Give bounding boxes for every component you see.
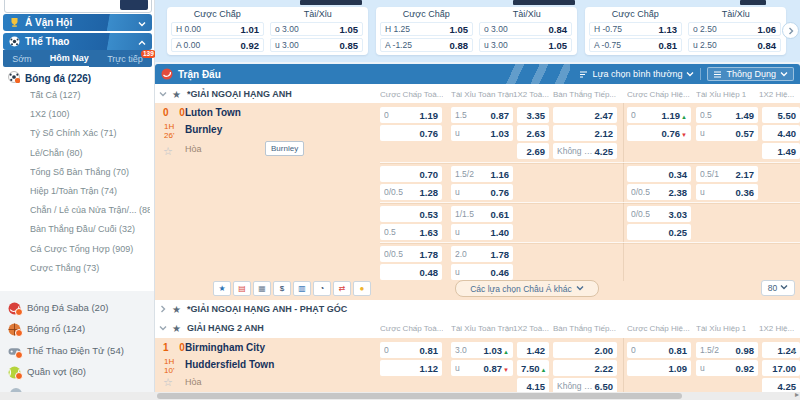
odds-cell-hcht[interactable]: 01.19▲ — [627, 107, 691, 123]
odds-cell-hcht[interactable]: 0/0.52.38 — [627, 184, 691, 200]
odds-cell-hcft[interactable]: 0.51.63 — [380, 224, 442, 240]
favorite-star-icon[interactable]: ☆ — [163, 145, 173, 158]
view-mode-dropdown[interactable]: Lựa chọn bình thường — [579, 69, 694, 79]
coin-icon[interactable]: ● — [353, 281, 371, 296]
scroll-down-arrow[interactable]: ▾ — [792, 348, 796, 356]
odds-cell-x12[interactable]: 3.35 — [517, 107, 549, 123]
odds-cell-ouft[interactable]: 2.01.78 — [451, 246, 513, 262]
odds-cell-x12h[interactable]: 17.00 — [762, 360, 800, 376]
odds-cell-ouft[interactable]: 1.5/21.16 — [451, 166, 513, 182]
odds-cell-hcht[interactable]: 0.76▼ — [627, 125, 691, 141]
quick-odds-cell[interactable]: o 2.501.06 — [688, 22, 781, 36]
quick-odds-cell[interactable]: A 0.000.92 — [171, 38, 264, 52]
odds-cell-hcht[interactable]: 0.34 — [627, 166, 691, 182]
odds-cell-x12h[interactable]: 4.40 — [762, 125, 800, 141]
next-arrow-button[interactable] — [782, 22, 799, 39]
favorite-star-icon[interactable]: ★ — [172, 304, 181, 315]
odds-cell-ouft[interactable]: 3.01.03▲ — [451, 342, 513, 358]
odds-cell-hcht[interactable]: 0/0.53.03 — [627, 206, 691, 222]
odds-cell-x12[interactable]: 7.50▲ — [517, 360, 549, 376]
sidebar-market-item[interactable]: Cược Thắng (73) — [30, 263, 150, 277]
quick-odds-cell[interactable]: o 3.000.84 — [479, 22, 572, 36]
search-box-partial[interactable] — [4, 0, 152, 13]
odds-cell-ouft[interactable]: u0.46 — [451, 264, 513, 280]
league-row[interactable]: ★*GIẢI NGOẠI HẠNG ANH - PHẠT GÓC — [155, 300, 800, 319]
league-row[interactable]: ★GIẢI HẠNG 2 ANHCược Chấp Toà...Tài Xỉu … — [155, 318, 800, 339]
league-row[interactable]: ★*GIẢI NGOẠI HẠNG ANHCược Chấp Toà...Tài… — [155, 84, 800, 104]
favorite-star-icon[interactable]: ☆ — [163, 376, 173, 389]
stats-icon[interactable]: ▥ — [293, 281, 311, 296]
odds-cell-ng[interactable]: Không …4.25 — [553, 143, 617, 159]
odds-cell-ouft[interactable]: 1.50.87 — [451, 107, 513, 123]
quick-odds-cell[interactable]: H 0.001.01 — [171, 22, 264, 36]
tv-icon[interactable]: ▤ — [233, 281, 251, 296]
exchange-icon[interactable]: ⇄ — [333, 281, 351, 296]
odds-cell-hcft[interactable]: 0.76 — [380, 125, 442, 141]
quick-odds-cell[interactable]: u 3.001.05 — [479, 38, 572, 52]
sidebar-market-item[interactable]: Tất Cả (127) — [30, 90, 150, 104]
sidebar-item-basketball[interactable]: Bóng rổ (124) — [8, 321, 85, 337]
odds-cell-x12h[interactable]: 5.50 — [762, 107, 800, 123]
quick-odds-cell[interactable]: A -0.750.81 — [589, 38, 682, 52]
chevron-right-icon[interactable] — [159, 305, 167, 313]
odds-cell-ouft[interactable]: u1.03 — [451, 125, 513, 141]
chevron-down-icon[interactable] — [159, 90, 167, 98]
odds-cell-ng[interactable]: 2.00 — [553, 342, 617, 358]
odds-cell-ouht[interactable]: 0.5/12.17 — [696, 166, 758, 182]
sidebar-item-esports[interactable]: Thể Thao Điện Tử (54) — [8, 342, 124, 358]
odds-cell-ouft[interactable]: u1.40 — [451, 224, 513, 240]
sidebar-market-item[interactable]: Cá Cược Tổng Hợp (909) — [30, 244, 150, 258]
odds-cell-hcht[interactable]: 00.81 — [627, 342, 691, 358]
history-icon[interactable]: ◔ — [313, 281, 331, 296]
quick-odds-cell[interactable]: o 3.001.05 — [270, 22, 363, 36]
extra-markets-count[interactable]: 80 — [761, 280, 795, 296]
odds-cell-ouht[interactable]: u0.36 — [696, 184, 758, 200]
sidebar-market-item[interactable]: Bàn Thắng Đầu/ Cuối (32) — [30, 224, 150, 238]
odds-cell-ouft[interactable]: u0.76 — [451, 184, 513, 200]
more-asian-lines-dropdown[interactable]: Các lựa chọn Châu Á khác — [455, 280, 599, 297]
cast-icon[interactable]: ▦ — [253, 281, 271, 296]
sidebar-market-item[interactable]: Hiệp 1/Toàn Trận (74) — [30, 186, 150, 200]
sidebar-section-asian-games[interactable]: Á Vận Hội — [3, 14, 152, 31]
sort-mode-dropdown[interactable]: Thông Dụng — [707, 67, 794, 81]
sidebar-market-item[interactable]: Tổng Số Bàn Thắng (70) — [30, 167, 150, 181]
quick-odds-cell[interactable]: H -0.751.13 — [589, 22, 682, 36]
tab-hôm-nay[interactable]: Hôm Nay — [50, 49, 89, 68]
scroll-right-arrow[interactable]: ▸ — [795, 390, 799, 399]
chevron-down-icon[interactable] — [159, 324, 167, 332]
quick-odds-cell[interactable]: A -1.250.88 — [380, 38, 473, 52]
scrollbar-thumb[interactable] — [157, 393, 682, 399]
sidebar-market-item[interactable]: Lẻ/Chẵn (80) — [30, 148, 150, 162]
odds-cell-hcft[interactable]: 0.48 — [380, 264, 442, 280]
quick-odds-cell[interactable]: u 3.000.85 — [270, 38, 363, 52]
odds-cell-x12[interactable]: 2.63 — [517, 125, 549, 141]
dollar-icon[interactable]: $ — [273, 281, 291, 296]
odds-cell-ouht[interactable]: u0.57 — [696, 125, 758, 141]
favorite-star-icon[interactable]: ★ — [172, 323, 181, 334]
odds-cell-ouft[interactable]: u0.87▼ — [451, 360, 513, 376]
sidebar-item-tennis[interactable]: Quần vợt (80) — [8, 364, 86, 380]
odds-cell-hcft[interactable]: 0/0.51.28 — [380, 184, 442, 200]
odds-cell-hcht[interactable]: 1.09 — [627, 360, 691, 376]
odds-cell-ng[interactable]: 2.22 — [553, 360, 617, 376]
odds-cell-ouft[interactable]: 1/1.50.61 — [451, 206, 513, 222]
quick-odds-cell[interactable]: u 2.500.84 — [688, 38, 781, 52]
sidebar-market-item[interactable]: Chẵn / Lẻ của Nửa Trận/... (88) — [30, 205, 150, 219]
favorite-star-icon[interactable]: ★ — [172, 88, 181, 99]
odds-cell-ng[interactable]: 2.12 — [553, 125, 617, 141]
sidebar-item-football[interactable]: Bóng đá (226) — [8, 71, 91, 85]
odds-cell-hcft[interactable]: 0/0.51.78 — [380, 246, 442, 262]
tab-sớm[interactable]: Sớm — [12, 50, 31, 67]
horizontal-scrollbar[interactable]: ▸ — [0, 392, 800, 400]
odds-cell-x12[interactable]: 1.42 — [517, 342, 549, 358]
odds-cell-ouht[interactable]: 1.5/20.98 — [696, 342, 758, 358]
odds-cell-x12[interactable]: 2.69 — [517, 143, 549, 159]
odds-cell-hcft[interactable]: 0.70 — [380, 166, 442, 182]
odds-cell-x12h[interactable]: 1.49 — [762, 143, 800, 159]
sidebar-market-item[interactable]: 1X2 (100) — [30, 109, 150, 123]
tab-trực-tiếp[interactable]: Trực tiếp139 — [107, 50, 143, 67]
quick-odds-cell[interactable]: H 1.251.05 — [380, 22, 473, 36]
odds-cell-hcft[interactable]: 00.81 — [380, 342, 442, 358]
sidebar-section-sports[interactable]: Thể Thao — [3, 33, 152, 50]
odds-cell-hcft[interactable]: 01.19 — [380, 107, 442, 123]
